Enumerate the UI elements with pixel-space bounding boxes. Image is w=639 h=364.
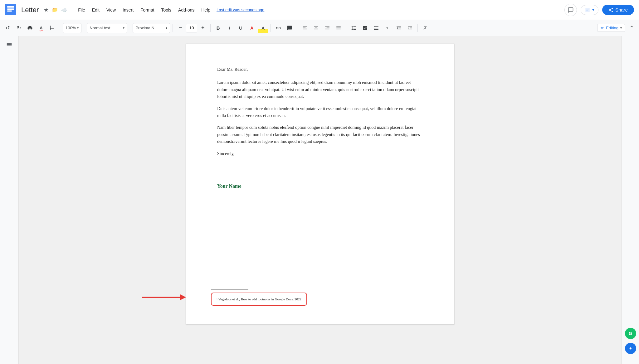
editing-mode-label: Editing (606, 26, 618, 30)
link-button[interactable] (273, 23, 283, 33)
clear-format-button[interactable]: T̸ (420, 23, 430, 33)
svg-rect-3 (7, 10, 12, 12)
menu-edit[interactable]: Edit (89, 6, 103, 14)
document-title[interactable]: Letter (21, 6, 39, 14)
last-edit-label[interactable]: Last edit was seconds ago (217, 7, 264, 12)
top-bar-right: ▾ Share (564, 4, 634, 16)
main-layout: Dear Ms. Reader, Lorem ipsum dolor sit a… (0, 36, 639, 364)
doc-greeting: Dear Ms. Reader, (217, 66, 423, 73)
svg-rect-6 (586, 10, 589, 10)
top-bar: Letter ★ 📁 ☁️ File Edit View Insert Form… (0, 0, 639, 20)
font-size-controls: − + (175, 23, 208, 33)
line-spacing-button[interactable] (349, 23, 359, 33)
footnote-separator (211, 289, 248, 289)
divider-6 (271, 24, 271, 32)
font-selector[interactable]: Proxima N... ▾ (133, 23, 170, 33)
menu-help[interactable]: Help (198, 6, 213, 14)
left-panel (0, 36, 19, 364)
grammarly-icon[interactable]: G (625, 328, 636, 339)
svg-rect-2 (7, 8, 14, 10)
svg-rect-7 (586, 11, 588, 11)
numbered-list-button[interactable]: 1. (383, 23, 393, 33)
divider-7 (297, 24, 297, 32)
bold-button[interactable]: B (213, 23, 223, 33)
footnote-area: ¹ Vegadocs et al., How to add footnotes … (211, 289, 307, 306)
spell-check-button[interactable]: A (36, 23, 46, 33)
divider-4 (173, 24, 173, 32)
cloud-icon[interactable]: ☁️ (61, 7, 67, 13)
redo-button[interactable]: ↻ (14, 23, 24, 33)
comments-button[interactable] (564, 4, 577, 16)
font-value: Proxima N... (135, 26, 158, 30)
arrow-svg (142, 293, 186, 302)
star-icon[interactable]: ★ (44, 7, 49, 13)
footnote-box: ¹ Vegadocs et al., How to add footnotes … (211, 293, 307, 306)
arrow-indicator (142, 293, 186, 302)
assistant-icon[interactable]: ✦ (625, 343, 636, 354)
editing-mode-selector[interactable]: ✏ Editing ▾ (597, 24, 625, 32)
app-icon (5, 4, 19, 16)
history-button[interactable]: ▾ (581, 5, 598, 15)
divider-3 (130, 24, 130, 32)
toolbar: ↺ ↻ A 100% ▾ Normal text ▾ Proxima N... … (0, 20, 639, 36)
indent-less-button[interactable] (394, 23, 404, 33)
bullet-list-button[interactable] (371, 23, 381, 33)
menu-bar: File Edit View Insert Format Tools Add-o… (75, 6, 562, 14)
menu-addons[interactable]: Add-ons (175, 6, 198, 14)
checklist-button[interactable] (360, 23, 370, 33)
comment-button[interactable] (285, 23, 295, 33)
highlight-button[interactable]: A (258, 23, 268, 33)
document-area: Dear Ms. Reader, Lorem ipsum dolor sit a… (19, 36, 622, 364)
align-center-button[interactable] (311, 23, 321, 33)
menu-insert[interactable]: Insert (120, 6, 137, 14)
footnote-text: ¹ Vegadocs et al., How to add footnotes … (217, 297, 301, 301)
doc-para-2: Duis autem vel eum iriure dolor in hendr… (217, 105, 423, 119)
divider-2 (84, 24, 84, 32)
italic-button[interactable]: I (224, 23, 234, 33)
style-value: Normal text (90, 26, 110, 30)
doc-para-1: Lorem ipsum dolor sit amet, consectetuer… (217, 79, 423, 100)
doc-sincerely: Sincerely, (217, 150, 423, 157)
menu-tools[interactable]: Tools (158, 6, 174, 14)
svg-rect-1 (7, 6, 14, 7)
style-selector[interactable]: Normal text ▾ (87, 23, 127, 33)
font-size-increase-button[interactable]: + (198, 23, 208, 33)
zoom-selector[interactable]: 100% ▾ (63, 23, 81, 33)
doc-para-3: Nam liber tempor cum soluta nobis eleife… (217, 124, 423, 145)
text-color-button[interactable]: A (247, 23, 257, 33)
divider-5 (210, 24, 211, 32)
divider-1 (60, 24, 60, 32)
divider-9 (417, 24, 418, 32)
collapse-toolbar-button[interactable]: ⌃ (627, 23, 637, 33)
outline-icon[interactable] (6, 41, 13, 50)
share-label: Share (615, 7, 628, 12)
right-icons-bottom: G ✦ (625, 328, 636, 364)
align-justify-button[interactable] (334, 23, 344, 33)
format-paint-button[interactable] (47, 23, 57, 33)
assistant-label: ✦ (629, 346, 632, 351)
svg-rect-5 (586, 9, 589, 9)
divider-8 (346, 24, 346, 32)
print-button[interactable] (25, 23, 35, 33)
zoom-value: 100% (66, 26, 76, 30)
indent-more-button[interactable] (405, 23, 415, 33)
undo-button[interactable]: ↺ (2, 23, 12, 33)
menu-view[interactable]: View (103, 6, 119, 14)
folder-icon[interactable]: 📁 (52, 7, 58, 13)
menu-format[interactable]: Format (137, 6, 157, 14)
document-page[interactable]: Dear Ms. Reader, Lorem ipsum dolor sit a… (186, 44, 454, 324)
font-size-decrease-button[interactable]: − (175, 23, 185, 33)
grammarly-label: G (629, 331, 632, 336)
right-panel: G ✦ (622, 36, 639, 364)
svg-marker-9 (180, 294, 186, 300)
menu-file[interactable]: File (75, 6, 88, 14)
align-right-button[interactable] (322, 23, 332, 33)
doc-your-name: Your Name (217, 182, 423, 190)
font-size-input[interactable] (186, 24, 197, 32)
title-bar-icons: ★ 📁 ☁️ (44, 7, 67, 13)
share-button[interactable]: Share (602, 5, 634, 15)
underline-button[interactable]: U (236, 23, 246, 33)
align-left-button[interactable] (300, 23, 310, 33)
